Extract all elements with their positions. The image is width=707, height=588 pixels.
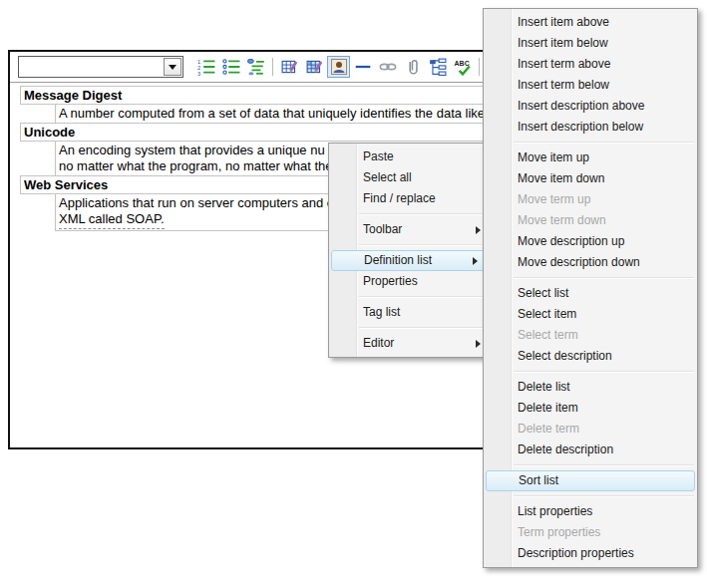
menu-item-properties[interactable]: Properties <box>329 271 488 292</box>
menu-separator <box>514 277 694 279</box>
definition-list-submenu: Insert item above Insert item below Inse… <box>483 8 698 568</box>
menu-item-list-properties[interactable]: List properties <box>484 501 697 522</box>
menu-item-toolbar[interactable]: Toolbar <box>329 219 488 240</box>
toolbar-separator <box>479 58 480 76</box>
submenu-arrow-icon <box>476 226 481 234</box>
image-person-icon[interactable] <box>327 56 350 78</box>
spellcheck-icon[interactable]: ABC <box>450 55 475 79</box>
toolbar-separator <box>272 58 273 76</box>
menu-item-move-description-up[interactable]: Move description up <box>484 231 697 252</box>
submenu-arrow-icon <box>473 257 478 265</box>
style-combobox[interactable] <box>18 56 183 78</box>
menu-separator <box>359 296 485 298</box>
svg-text:2: 2 <box>197 65 200 71</box>
combobox-dropdown-button[interactable] <box>164 58 181 76</box>
menu-separator <box>514 464 694 466</box>
menu-item-delete-description[interactable]: Delete description <box>484 440 697 460</box>
menu-item-move-term-up: Move term up <box>484 189 697 210</box>
menu-separator <box>359 244 485 246</box>
menu-item-find-replace[interactable]: Find / replace <box>329 188 488 209</box>
menu-item-select-description[interactable]: Select description <box>484 346 697 367</box>
menu-item-select-item[interactable]: Select item <box>484 304 697 325</box>
svg-text:ABC: ABC <box>454 60 469 67</box>
menu-separator <box>514 495 694 497</box>
menu-item-insert-term-above[interactable]: Insert term above <box>484 54 697 75</box>
submenu-arrow-icon <box>476 340 481 348</box>
menu-item-paste[interactable]: Paste <box>329 147 488 167</box>
menu-item-tag-list[interactable]: Tag list <box>329 302 488 323</box>
menu-item-delete-list[interactable]: Delete list <box>484 377 697 398</box>
menu-separator <box>514 371 694 373</box>
menu-item-sort-list[interactable]: Sort list <box>486 470 695 491</box>
horizontal-rule-icon[interactable] <box>350 55 375 79</box>
menu-item-move-item-up[interactable]: Move item up <box>484 147 697 168</box>
description-line: XML called SOAP. <box>59 211 165 229</box>
menu-item-select-term: Select term <box>484 325 697 346</box>
svg-text:1: 1 <box>197 59 200 65</box>
menu-item-insert-term-below[interactable]: Insert term below <box>484 75 697 96</box>
link-icon[interactable] <box>375 55 400 79</box>
menu-separator <box>514 142 694 144</box>
menu-item-description-properties[interactable]: Description properties <box>484 543 697 564</box>
menu-item-term-properties: Term properties <box>484 522 697 543</box>
numbered-list-icon[interactable]: 1 2 3 <box>193 55 218 79</box>
menu-item-move-term-down: Move term down <box>484 210 697 231</box>
menu-item-select-list[interactable]: Select list <box>484 283 697 304</box>
menu-separator <box>359 327 485 329</box>
attachment-icon[interactable] <box>400 55 425 79</box>
context-menu: Paste Select all Find / replace Toolbar … <box>328 143 489 358</box>
menu-item-insert-description-below[interactable]: Insert description below <box>484 117 697 138</box>
definition-list-icon[interactable] <box>243 55 268 79</box>
insert-table-icon[interactable] <box>277 55 302 79</box>
menu-item-insert-item-above[interactable]: Insert item above <box>484 12 697 33</box>
bulleted-list-icon[interactable] <box>218 55 243 79</box>
menu-item-definition-list[interactable]: Definition list <box>331 250 486 271</box>
menu-item-move-item-down[interactable]: Move item down <box>484 168 697 189</box>
menu-item-delete-item[interactable]: Delete item <box>484 398 697 419</box>
edit-table-icon[interactable] <box>302 55 327 79</box>
tag-tree-icon[interactable] <box>425 55 450 79</box>
chevron-down-icon <box>169 65 177 70</box>
menu-item-insert-description-above[interactable]: Insert description above <box>484 96 697 117</box>
menu-item-move-description-down[interactable]: Move description down <box>484 252 697 273</box>
menu-item-editor[interactable]: Editor <box>329 333 488 354</box>
menu-separator <box>359 213 485 215</box>
menu-item-select-all[interactable]: Select all <box>329 167 488 188</box>
menu-item-delete-term: Delete term <box>484 419 697 440</box>
svg-text:3: 3 <box>197 71 200 76</box>
menu-item-insert-item-below[interactable]: Insert item below <box>484 33 697 54</box>
